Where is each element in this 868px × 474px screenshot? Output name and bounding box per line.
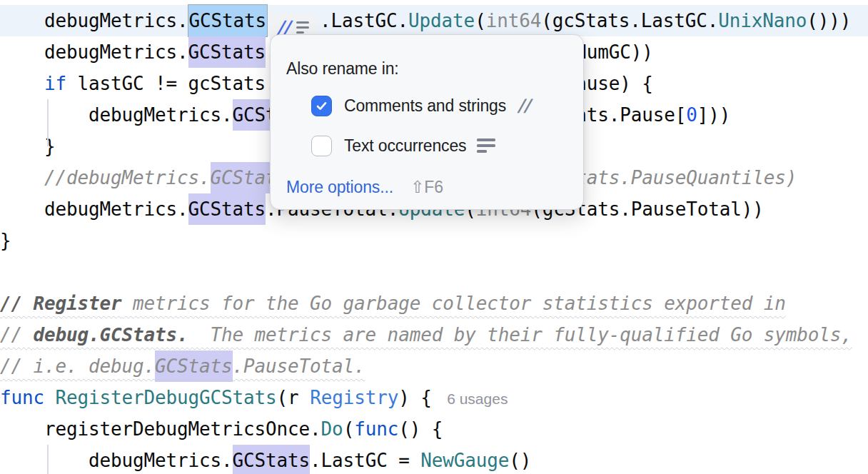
code-editor[interactable]: debugMetrics.GCStats//.LastGC.Update(int… <box>0 0 868 474</box>
code-token: The metrics are named by their fully-qua… <box>188 324 852 346</box>
more-options-row: More options... ⇧F6 <box>286 177 443 197</box>
code-token: NewGauge <box>420 450 509 471</box>
code-token: //debugMetrics. <box>0 167 211 188</box>
comments-icon: // <box>518 97 530 114</box>
code-token: func <box>0 387 44 408</box>
code-token: // <box>0 324 34 346</box>
popup-title: Also rename in: <box>286 59 399 79</box>
rename-occurrence-highlight: GCStats <box>155 351 233 382</box>
code-token: debugMetrics. <box>0 41 188 63</box>
code-line[interactable]: // i.e. debug.GCStats.PauseTotal. <box>0 351 868 382</box>
code-token: debugMetrics. <box>0 198 188 220</box>
code-token: debugMetrics. <box>0 10 188 31</box>
code-token: debug.GCStats. <box>34 324 188 346</box>
option-label[interactable]: Comments and strings <box>344 96 506 116</box>
code-token: Update <box>408 10 475 31</box>
rename-input-box[interactable]: GCStats <box>188 5 268 36</box>
rename-occurrence-highlight: GCStats <box>188 193 266 225</box>
code-token: debugMetrics. <box>0 450 233 471</box>
rename-occurrence-highlight: GCStats <box>233 445 311 474</box>
code-line[interactable]: // Register metrics for the Go garbage c… <box>0 288 868 319</box>
code-line[interactable]: debugMetrics.GCStats//.LastGC.Update(int… <box>0 5 868 36</box>
code-token: metrics for the Go garbage collector sta… <box>122 293 786 314</box>
code-token: ])) <box>697 104 731 126</box>
code-line[interactable] <box>0 256 868 288</box>
code-token: if <box>44 73 66 94</box>
indent-guide <box>47 445 49 474</box>
option-comments-and-strings[interactable]: Comments and strings // <box>311 93 530 118</box>
code-token <box>44 387 56 408</box>
code-token: func <box>354 418 398 440</box>
code-token: registerDebugMetricsOnce. <box>0 418 321 440</box>
code-token: Registry <box>310 387 398 408</box>
shortcut-hint: ⇧F6 <box>410 178 443 196</box>
code-token: ( <box>475 10 486 31</box>
code-token: (gcStats.LastGC. <box>541 10 718 31</box>
comments-and-strings-checkbox[interactable] <box>311 96 332 116</box>
code-token: } <box>0 230 11 251</box>
code-token: ( <box>343 418 355 440</box>
code-token: ) { <box>398 387 443 408</box>
code-line[interactable]: func RegisterDebugGCStats(r Registry) { … <box>0 382 868 413</box>
code-token: Do <box>321 418 343 440</box>
code-token: debugMetrics. <box>0 104 233 126</box>
code-token: UnixNano <box>718 10 807 31</box>
code-line[interactable]: registerDebugMetricsOnce.Do(func() { <box>0 413 868 445</box>
code-token: .LastGC. <box>320 10 408 31</box>
more-options-link[interactable]: More options... <box>286 178 393 196</box>
code-token: RegisterDebugGCStats <box>56 387 277 408</box>
code-token: () <box>509 450 531 471</box>
indent-guide <box>47 99 49 146</box>
code-token: .LastGC = <box>310 450 420 471</box>
text-occurrences-icon <box>477 138 495 153</box>
code-token: (r <box>277 387 311 408</box>
text-occurrences-icon <box>296 21 309 34</box>
checkmark-icon <box>316 100 328 112</box>
code-line[interactable]: // debug.GCStats. The metrics are named … <box>0 319 868 351</box>
option-label[interactable]: Text occurrences <box>344 136 466 156</box>
option-text-occurrences[interactable]: Text occurrences <box>311 133 495 158</box>
rename-occurrence-highlight: GCStats <box>188 36 266 68</box>
code-token: ())) <box>807 10 851 31</box>
usages-inlay-hint[interactable]: 6 usages <box>447 390 508 407</box>
code-token: // i.e. debug. <box>0 356 155 377</box>
code-line[interactable]: debugMetrics.GCStats.LastGC = NewGauge() <box>0 445 868 474</box>
code-line[interactable]: } <box>0 225 868 256</box>
code-token: // Register <box>0 293 122 314</box>
code-token: .PauseTotal. <box>233 356 365 377</box>
text-occurrences-checkbox[interactable] <box>311 136 332 156</box>
code-token: 0 <box>686 104 697 126</box>
code-token <box>0 73 44 94</box>
code-token: int64 <box>486 10 542 31</box>
code-token: () { <box>398 418 443 440</box>
rename-popup: Also rename in: Comments and strings // … <box>270 34 584 210</box>
